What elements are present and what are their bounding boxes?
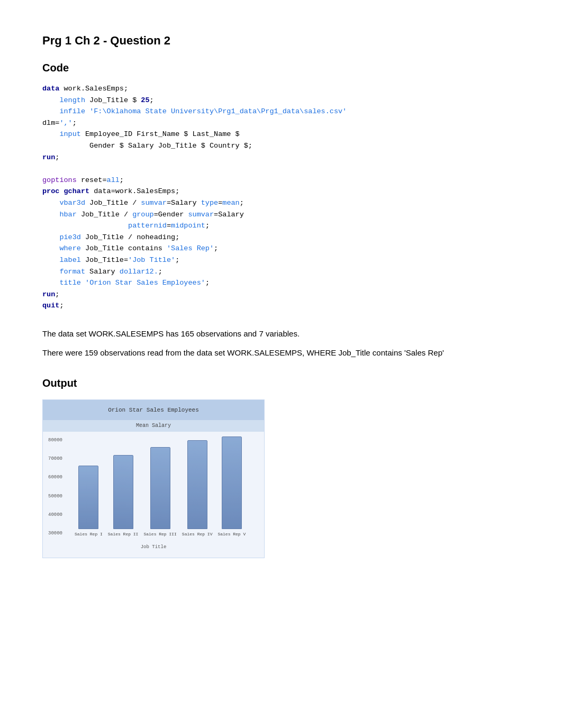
chart-body: 80000 70000 60000 50000 40000 30000 Sale… — [43, 432, 264, 553]
code-block: data work.SalesEmps; length Job_Title $ … — [42, 83, 520, 312]
description-line1: The data set WORK.SALESEMPS has 165 obse… — [42, 327, 520, 340]
bar-label: Sales Rep V — [217, 531, 246, 538]
chart-subtitle: Mean Salary — [43, 420, 264, 432]
bar — [187, 440, 207, 529]
bar-group: Sales Rep IV — [182, 440, 213, 538]
bar-label: Sales Rep III — [143, 531, 176, 538]
bars-area: Sales Rep I Sales Rep II Sales Rep III S… — [75, 437, 248, 538]
bar-group: Sales Rep III — [143, 447, 176, 538]
bar — [78, 466, 98, 529]
bar-label: Sales Rep II — [108, 531, 139, 538]
bar-label: Sales Rep I — [75, 531, 103, 538]
chart-container: Orion Star Sales Employees Mean Salary 8… — [42, 399, 265, 558]
bar-group: Sales Rep V — [217, 436, 246, 538]
bar-label: Sales Rep IV — [182, 531, 213, 538]
x-axis-label: Job Title — [141, 544, 167, 551]
bar — [113, 455, 133, 529]
y-axis: 80000 70000 60000 50000 40000 30000 — [48, 437, 62, 538]
bar-group: Sales Rep II — [108, 455, 139, 538]
chart-title: Orion Star Sales Employees — [43, 400, 264, 420]
page-title: Prg 1 Ch 2 - Question 2 — [42, 32, 520, 49]
output-section: Output Orion Star Sales Employees Mean S… — [42, 375, 520, 558]
bar — [222, 436, 242, 529]
bar-group: Sales Rep I — [75, 466, 103, 538]
code-heading: Code — [42, 60, 520, 76]
description-line2: There were 159 observations read from th… — [42, 347, 520, 359]
bar — [150, 447, 170, 529]
output-heading: Output — [42, 375, 520, 391]
